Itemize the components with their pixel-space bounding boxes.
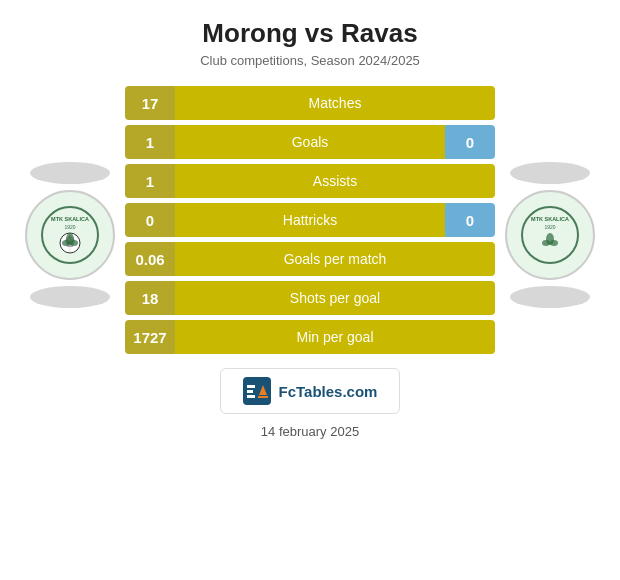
svg-rect-17 <box>247 390 253 393</box>
gpm-left-val: 0.06 <box>125 242 175 276</box>
svg-point-7 <box>62 240 70 246</box>
page-title: Morong vs Ravas <box>202 18 417 49</box>
spg-left-val: 18 <box>125 281 175 315</box>
stat-row-gpm: 0.06 Goals per match <box>125 242 495 276</box>
fctables-icon <box>243 377 271 405</box>
svg-text:MTK SKALICA: MTK SKALICA <box>51 216 89 222</box>
stat-row-matches: 17 Matches <box>125 86 495 120</box>
stat-row-goals: 1 Goals 0 <box>125 125 495 159</box>
stat-row-mpg: 1727 Min per goal <box>125 320 495 354</box>
hattricks-label: Hattricks <box>175 203 445 237</box>
goals-label: Goals <box>175 125 445 159</box>
right-team-logo: MTK SKALICA 1920 <box>505 190 595 280</box>
page-wrapper: Morong vs Ravas Club competitions, Seaso… <box>0 0 620 580</box>
svg-rect-20 <box>258 396 268 398</box>
hattricks-right-val: 0 <box>445 203 495 237</box>
svg-text:MTK SKALICA: MTK SKALICA <box>531 216 569 222</box>
svg-text:1920: 1920 <box>64 224 75 230</box>
stat-row-spg: 18 Shots per goal <box>125 281 495 315</box>
goals-left-val: 1 <box>125 125 175 159</box>
gpm-label: Goals per match <box>175 242 495 276</box>
right-oval-bottom <box>510 286 590 308</box>
fctables-label: FcTables.com <box>279 383 378 400</box>
left-oval-top <box>30 162 110 184</box>
right-oval-top <box>510 162 590 184</box>
svg-point-8 <box>70 240 78 246</box>
svg-text:1920: 1920 <box>544 224 555 230</box>
svg-point-14 <box>550 240 558 246</box>
stats-column: 17 Matches 1 Goals 0 1 Assists 0 Hattric… <box>125 86 495 354</box>
page-subtitle: Club competitions, Season 2024/2025 <box>200 53 420 68</box>
stat-row-assists: 1 Assists <box>125 164 495 198</box>
left-oval-bottom <box>30 286 110 308</box>
goals-right-val: 0 <box>445 125 495 159</box>
left-team-wrapper: MTK SKALICA 1920 <box>25 162 115 308</box>
right-team-wrapper: MTK SKALICA 1920 <box>505 162 595 308</box>
matches-label: Matches <box>175 86 495 120</box>
hattricks-left-val: 0 <box>125 203 175 237</box>
main-content: MTK SKALICA 1920 17 Matches <box>10 86 610 354</box>
assists-left-val: 1 <box>125 164 175 198</box>
matches-left-val: 17 <box>125 86 175 120</box>
left-team-logo: MTK SKALICA 1920 <box>25 190 115 280</box>
spg-label: Shots per goal <box>175 281 495 315</box>
svg-rect-16 <box>247 385 255 388</box>
fctables-badge[interactable]: FcTables.com <box>220 368 401 414</box>
assists-label: Assists <box>175 164 495 198</box>
mpg-label: Min per goal <box>175 320 495 354</box>
stat-row-hattricks: 0 Hattricks 0 <box>125 203 495 237</box>
svg-point-13 <box>542 240 550 246</box>
svg-rect-18 <box>247 395 255 398</box>
footer-date: 14 february 2025 <box>261 424 359 439</box>
mpg-left-val: 1727 <box>125 320 175 354</box>
